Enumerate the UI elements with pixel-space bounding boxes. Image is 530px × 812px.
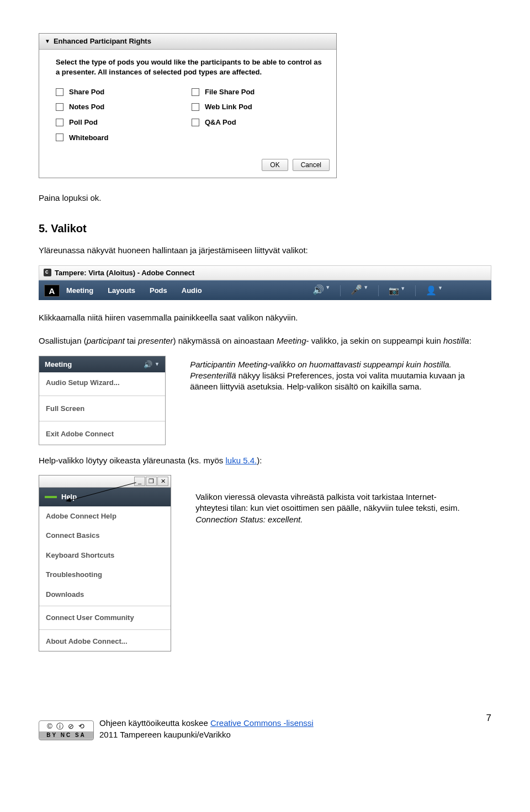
cc-icons: © ⓘ ⊘ ⟲ [47, 722, 85, 731]
menu-item-full-screen[interactable]: Full Screen [39, 398, 165, 419]
menu-item-audio-setup[interactable]: Audio Setup Wizard... [39, 372, 165, 393]
cc-license-link[interactable]: Creative Commons -lisenssi [210, 718, 314, 728]
body-text: Help-valikko löytyy oikeasta yläreunasta… [39, 455, 491, 466]
dropdown-icon: ▼ [325, 284, 330, 297]
body-text: Osallistujan (participant tai presenter)… [39, 335, 491, 346]
menu-item-user-community[interactable]: Connect User Community [39, 608, 171, 628]
dropdown-icon: ▼ [438, 285, 443, 297]
dialog-title-text: Enhanced Participant Rights [54, 36, 151, 46]
camera-control[interactable]: 📷▼ [389, 285, 405, 296]
pod-label: Notes Pod [69, 102, 104, 112]
speaker-icon: 🔊 [144, 360, 152, 370]
page-number: 7 [486, 712, 491, 725]
close-button[interactable]: ✕ [157, 477, 168, 486]
explanation-text: Participantin Meeting-valikko on huomatt… [190, 359, 466, 393]
checkbox-whiteboard[interactable] [56, 133, 63, 141]
cancel-button[interactable]: Cancel [293, 159, 330, 171]
window-controls: _ ❐ ✕ [39, 476, 171, 488]
checkbox-web-link-pod[interactable] [192, 103, 199, 111]
speaker-control[interactable]: 🔊▼ [312, 284, 330, 297]
menu-separator [39, 629, 171, 630]
menu-layouts[interactable]: Layouts [108, 286, 135, 296]
pod-label: Share Pod [69, 87, 104, 97]
checkbox-file-share-pod[interactable] [192, 88, 199, 96]
checkbox-qa-pod[interactable] [192, 119, 199, 126]
pod-label: File Share Pod [205, 87, 255, 97]
adobe-connect-logo-icon [44, 269, 51, 276]
pod-label: Poll Pod [69, 117, 98, 127]
raise-hand-control[interactable]: 👤▼ [426, 285, 443, 297]
pod-label: Q&A Pod [205, 117, 236, 127]
camera-icon: 📷 [389, 285, 399, 296]
speaker-control[interactable]: 🔊▼ [144, 360, 160, 370]
menu-item-exit[interactable]: Exit Adobe Connect [39, 424, 165, 445]
dropdown-icon: ▼ [363, 284, 368, 297]
checkbox-notes-pod[interactable] [56, 103, 63, 111]
dialog-description: Select the type of pods you would like t… [56, 57, 327, 77]
menu-item-connect-basics[interactable]: Connect Basics [39, 526, 171, 546]
checkbox-poll-pod[interactable] [56, 119, 63, 126]
divider [415, 285, 416, 296]
cc-text: BY NC SA [39, 731, 93, 739]
connection-status-indicator[interactable] [45, 496, 57, 498]
copyright-text: 2011 Tampereen kaupunki/eVarikko [99, 729, 314, 740]
pod-label: Whiteboard [69, 133, 109, 143]
window-title: Tampere: Virta (Aloitus) - Adobe Connect [55, 268, 194, 278]
menu-separator [39, 606, 171, 606]
dropdown-icon: ▼ [155, 361, 160, 367]
menu-item-troubleshooting[interactable]: Troubleshooting [39, 565, 171, 585]
body-text: Klikkaamalla niitä hiiren vasemmalla pai… [39, 312, 491, 323]
instruction-text: Paina lopuksi ok. [39, 193, 491, 204]
microphone-icon: 🎤 [351, 284, 362, 297]
chevron-down-icon: ▼ [45, 38, 50, 45]
adobe-connect-toolbar: Tampere: Virta (Aloitus) - Adobe Connect… [39, 265, 491, 300]
ok-button[interactable]: OK [262, 159, 288, 171]
footer-text: Ohjeen käyttöoikeutta koskee Creative Co… [99, 718, 314, 740]
participant-rights-dialog: ▼ Enhanced Participant Rights Select the… [39, 33, 337, 178]
menu-pods[interactable]: Pods [150, 286, 167, 296]
window-titlebar: Tampere: Virta (Aloitus) - Adobe Connect [39, 265, 491, 281]
adobe-logo-icon: A [44, 285, 60, 297]
menubar: A Meeting Layouts Pods Audio 🔊▼ 🎤▼ 📷▼ 👤▼ [39, 280, 491, 300]
person-icon: 👤 [426, 285, 437, 297]
section-heading: 5. Valikot [39, 221, 491, 236]
menu-meeting[interactable]: Meeting [66, 286, 93, 296]
divider [340, 285, 341, 296]
dropdown-icon: ▼ [400, 285, 405, 296]
explanation-text: Valikon vieressä olevasta vihreästä palk… [195, 492, 460, 525]
divider [378, 285, 379, 296]
link-chapter-5-4[interactable]: luku 5.4. [225, 456, 257, 465]
help-menu-panel: _ ❐ ✕ Help Adobe Connect Help Connect Ba… [39, 475, 171, 651]
dialog-titlebar: ▼ Enhanced Participant Rights [39, 34, 336, 50]
creative-commons-badge: © ⓘ ⊘ ⟲ BY NC SA [39, 720, 94, 740]
menu-item-connect-help[interactable]: Adobe Connect Help [39, 506, 171, 526]
menu-separator [39, 421, 165, 421]
body-text: Yläreunassa näkyvät huoneen hallintaan j… [39, 245, 491, 256]
pod-label: Web Link Pod [205, 102, 252, 112]
page-footer: © ⓘ ⊘ ⟲ BY NC SA Ohjeen käyttöoikeutta k… [39, 718, 491, 740]
menu-separator [39, 396, 165, 396]
mic-control[interactable]: 🎤▼ [351, 284, 368, 297]
maximize-button[interactable]: ❐ [146, 477, 157, 486]
meeting-label: Meeting [45, 360, 72, 370]
speaker-icon: 🔊 [312, 284, 324, 297]
menu-audio[interactable]: Audio [182, 286, 202, 296]
menu-item-about[interactable]: About Adobe Connect... [39, 632, 171, 651]
meeting-menu-header[interactable]: Meeting 🔊▼ [39, 356, 165, 373]
menu-item-keyboard-shortcuts[interactable]: Keyboard Shortcuts [39, 546, 171, 565]
minimize-button[interactable]: _ [134, 477, 145, 486]
checkbox-share-pod[interactable] [56, 88, 63, 96]
menu-item-downloads[interactable]: Downloads [39, 585, 171, 605]
meeting-menu-panel: Meeting 🔊▼ Audio Setup Wizard... Full Sc… [39, 356, 166, 445]
